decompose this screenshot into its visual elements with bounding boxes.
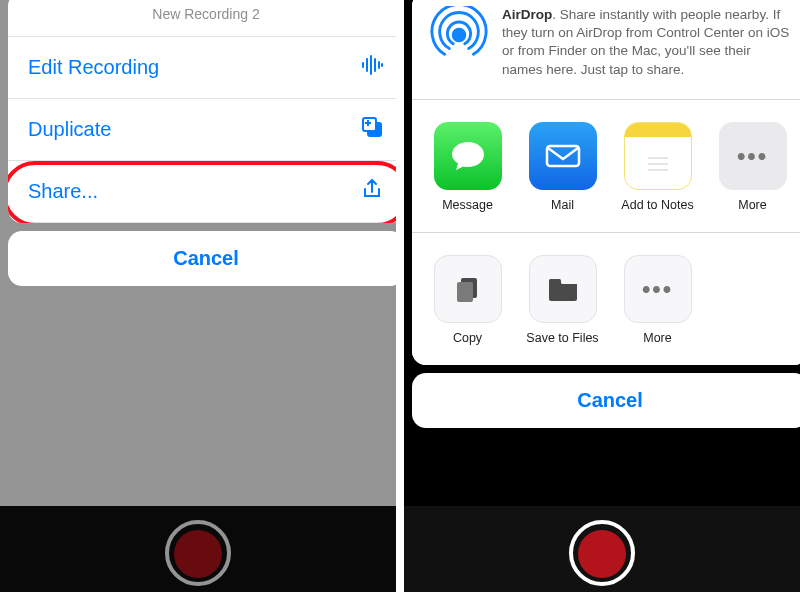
- share-label: Share...: [28, 180, 98, 203]
- share-row[interactable]: Share...: [8, 161, 396, 223]
- edit-recording-label: Edit Recording: [28, 56, 159, 79]
- airdrop-description: AirDrop. Share instantly with people nea…: [502, 6, 790, 79]
- svg-rect-7: [363, 118, 376, 131]
- more-icon: •••: [624, 255, 692, 323]
- action-sheet-title: New Recording 2: [8, 0, 396, 37]
- svg-rect-17: [549, 279, 561, 284]
- more-icon: •••: [719, 122, 787, 190]
- action-copy[interactable]: Copy: [420, 255, 515, 345]
- mail-icon: [529, 122, 597, 190]
- share-apps-row: Message Mail Add to Notes ••• More: [412, 100, 800, 233]
- share-app-mail[interactable]: Mail: [515, 122, 610, 212]
- airdrop-section[interactable]: AirDrop. Share instantly with people nea…: [412, 0, 800, 100]
- cancel-button[interactable]: Cancel: [412, 373, 800, 428]
- duplicate-row[interactable]: Duplicate: [8, 99, 396, 161]
- waveform-icon: [356, 53, 384, 82]
- edit-recording-row[interactable]: Edit Recording: [8, 37, 396, 99]
- record-bar: [404, 506, 800, 592]
- notes-icon: [624, 122, 692, 190]
- action-more[interactable]: ••• More: [610, 255, 705, 345]
- share-app-message[interactable]: Message: [420, 122, 515, 212]
- voice-memos-screen: New Recording 2 Jun 20, 2018 00:05 0:00 …: [0, 0, 396, 592]
- share-app-more[interactable]: ••• More: [705, 122, 800, 212]
- share-sheet: AirDrop. Share instantly with people nea…: [412, 0, 800, 365]
- svg-rect-11: [547, 146, 579, 166]
- share-sheet-screen: AirDrop. Share instantly with people nea…: [404, 0, 800, 592]
- share-actions-row: Copy Save to Files ••• More .: [412, 233, 800, 365]
- share-app-notes[interactable]: Add to Notes: [610, 122, 705, 212]
- message-icon: [434, 122, 502, 190]
- airdrop-icon: [430, 6, 488, 64]
- svg-rect-16: [457, 282, 473, 302]
- duplicate-label: Duplicate: [28, 118, 111, 141]
- svg-point-10: [453, 29, 465, 41]
- share-icon: [356, 177, 384, 206]
- duplicate-icon: [356, 115, 384, 144]
- action-sheet: New Recording 2 Edit Recording Duplicate…: [8, 0, 396, 223]
- action-save-files[interactable]: Save to Files: [515, 255, 610, 345]
- cancel-button[interactable]: Cancel: [8, 231, 396, 286]
- copy-icon: [434, 255, 502, 323]
- folder-icon: [529, 255, 597, 323]
- record-bar: [0, 506, 396, 592]
